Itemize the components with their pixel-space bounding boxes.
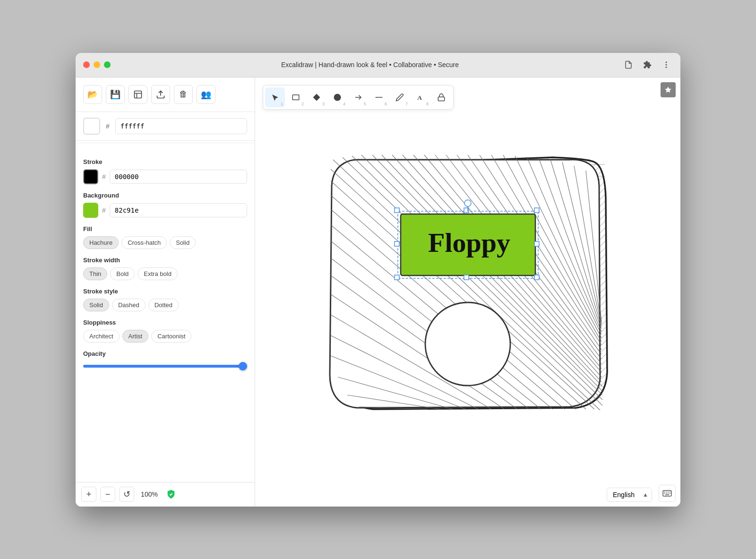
background-color-input-2[interactable] (110, 203, 247, 217)
stroke-width-section: Stroke width Thin Bold Extra bold (83, 257, 247, 280)
background-color-swatch[interactable] (83, 203, 98, 218)
fill-hachure[interactable]: Hachure (83, 236, 119, 249)
stroke-color-row: # (83, 169, 247, 184)
shield-icon (164, 488, 178, 501)
sloppiness-cartoonist[interactable]: Cartoonist (151, 330, 191, 343)
zoom-level: 100% (138, 490, 161, 498)
delete-button[interactable]: 🗑 (174, 85, 193, 104)
svg-point-1 (666, 64, 667, 66)
stroke-width-bold[interactable]: Bold (110, 267, 135, 280)
svg-rect-10 (438, 97, 445, 101)
handle-ml[interactable] (395, 241, 399, 246)
stroke-hash: # (102, 173, 106, 181)
stroke-color-input[interactable] (110, 170, 247, 184)
fill-solid[interactable]: Solid (170, 236, 196, 249)
stroke-width-label: Stroke width (83, 257, 247, 264)
background-color-preview[interactable] (83, 118, 100, 135)
stroke-color-swatch[interactable] (83, 169, 98, 184)
arrow-tool[interactable]: 5 (348, 87, 368, 107)
sloppiness-architect[interactable]: Architect (83, 330, 120, 343)
handle-tl[interactable] (395, 208, 399, 213)
minimize-button[interactable] (94, 61, 100, 68)
stroke-style-dashed[interactable]: Dashed (112, 299, 146, 311)
zoom-out-button[interactable]: − (100, 487, 115, 502)
stroke-style-section: Stroke style Solid Dashed Dotted (83, 288, 247, 311)
stroke-style-dotted[interactable]: Dotted (148, 299, 179, 311)
handle-mr[interactable] (534, 241, 539, 246)
floppy-text: Floppy (428, 227, 510, 258)
zoom-in-button[interactable]: + (81, 487, 96, 502)
stroke-style-label: Stroke style (83, 288, 247, 295)
keyboard-button[interactable] (659, 485, 676, 502)
floppy-disk-illustration: Floppy (330, 155, 602, 410)
line-tool[interactable]: 6 (369, 87, 389, 107)
svg-point-2 (666, 67, 667, 68)
ellipse-tool[interactable]: 4 (327, 87, 347, 107)
background-label: Background (83, 192, 247, 199)
color-picker-section: # (76, 112, 255, 141)
handle-bm[interactable] (464, 275, 469, 280)
svg-point-0 (666, 61, 667, 63)
extension-icon[interactable] (641, 58, 654, 71)
rectangle-tool[interactable]: 2 (286, 87, 306, 107)
opacity-section: Opacity (83, 350, 247, 370)
traffic-lights (83, 61, 111, 68)
background-section: Background # (83, 192, 247, 218)
app-window: Excalidraw | Hand-drawn look & feel • Co… (76, 53, 680, 507)
sidebar-bottom-bar: + − ↺ 100% (76, 482, 255, 507)
rotation-handle[interactable] (464, 200, 471, 206)
lock-tool[interactable] (431, 87, 451, 107)
sidebar-toolbar: 📂 💾 🗑 👥 (76, 77, 255, 112)
menu-icon[interactable] (660, 58, 673, 71)
new-file-icon[interactable] (622, 58, 635, 71)
handle-tr[interactable] (534, 208, 539, 213)
background-hash: # (102, 206, 106, 214)
opacity-slider[interactable] (83, 365, 247, 368)
svg-point-6 (334, 94, 341, 101)
fill-label: Fill (83, 225, 247, 232)
stroke-section: Stroke # (83, 158, 247, 184)
background-color-row: # (83, 203, 247, 218)
drawing-tools: 1 2 3 4 5 (263, 85, 454, 110)
svg-rect-5 (292, 95, 299, 100)
open-button[interactable]: 📂 (83, 85, 102, 104)
divider-1 (76, 143, 255, 143)
export-button[interactable] (151, 85, 170, 104)
stroke-width-thin[interactable]: Thin (83, 267, 107, 280)
export-image-button[interactable] (129, 85, 147, 104)
svg-rect-3 (135, 91, 142, 98)
titlebar-actions (622, 58, 673, 71)
opacity-label: Opacity (83, 350, 247, 357)
canvas-area[interactable]: 1 2 3 4 5 (255, 77, 680, 507)
save-button[interactable]: 💾 (106, 85, 125, 104)
stroke-style-solid[interactable]: Solid (83, 299, 109, 311)
sloppiness-section: Sloppiness Architect Artist Cartoonist (83, 319, 247, 343)
sidebar: 📂 💾 🗑 👥 # (76, 77, 255, 507)
language-select[interactable]: English Español Français Deutsch (607, 488, 652, 502)
zoom-reset-button[interactable]: ↺ (119, 487, 134, 502)
fill-options: Hachure Cross-hatch Solid (83, 236, 247, 249)
select-tool[interactable]: 1 (265, 87, 285, 107)
pencil-tool[interactable]: 7 (390, 87, 410, 107)
maximize-button[interactable] (104, 61, 111, 68)
drawing-toolbar: 1 2 3 4 5 (255, 85, 680, 110)
svg-text:A: A (417, 94, 422, 101)
sloppiness-artist[interactable]: Artist (122, 330, 149, 343)
language-selector-wrapper: English Español Français Deutsch ▲ (607, 488, 652, 502)
window-title: Excalidraw | Hand-drawn look & feel • Co… (118, 61, 622, 69)
main-layout: 📂 💾 🗑 👥 # (76, 77, 680, 507)
corner-pin[interactable] (661, 82, 676, 97)
fill-crosshatch[interactable]: Cross-hatch (121, 236, 167, 249)
handle-bl[interactable] (395, 275, 399, 280)
canvas-svg: Floppy (255, 77, 680, 507)
floppy-hole (425, 302, 510, 386)
background-color-input[interactable] (115, 118, 247, 134)
collaborate-button[interactable]: 👥 (197, 85, 215, 104)
handle-br[interactable] (534, 275, 539, 280)
stroke-width-extra-bold[interactable]: Extra bold (137, 267, 178, 280)
text-tool[interactable]: A 8 (411, 87, 430, 107)
sloppiness-label: Sloppiness (83, 319, 247, 326)
diamond-tool[interactable]: 3 (307, 87, 326, 107)
titlebar: Excalidraw | Hand-drawn look & feel • Co… (76, 53, 680, 77)
close-button[interactable] (83, 61, 90, 68)
